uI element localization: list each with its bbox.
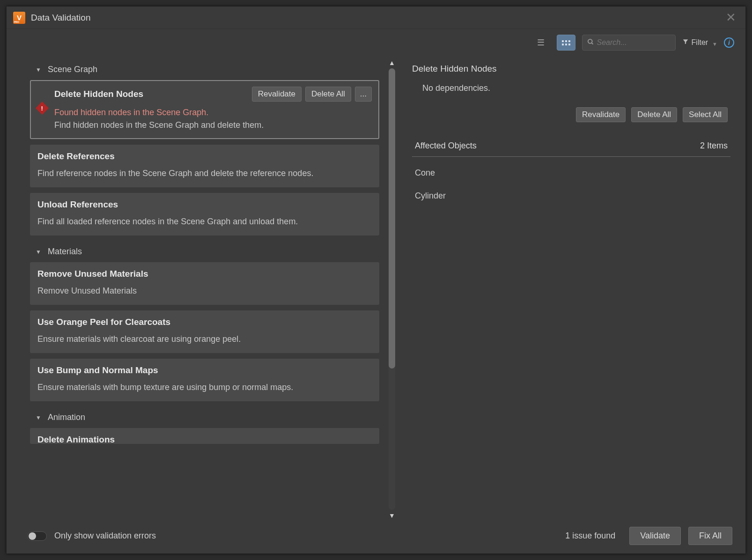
section-animation[interactable]: ▼ Animation — [27, 407, 382, 428]
filter-icon — [682, 38, 689, 47]
rule-unload-references[interactable]: Unload References Find all loaded refere… — [30, 193, 379, 236]
chevron-down-icon: ▼ — [712, 41, 717, 47]
search-icon — [587, 38, 594, 47]
rules-pane: ▼ Scene Graph ! Delete Hidden Nodes Reva… — [27, 59, 397, 519]
rule-desc: Ensure materials with clearcoat are usin… — [37, 333, 372, 346]
rule-desc: Ensure materials with bump texture are u… — [37, 381, 372, 394]
scroll-up-icon[interactable]: ▲ — [389, 59, 395, 66]
detail-select-all-button[interactable]: Select All — [683, 107, 728, 122]
data-validation-dialog: V Data Validation ✕ ☰ Filter ▼ i — [6, 6, 746, 554]
rule-title: Use Bump and Normal Maps — [37, 365, 372, 376]
rule-title: Delete Hidden Nodes — [54, 89, 248, 99]
rule-desc: Find hidden nodes in the Scene Graph and… — [54, 119, 372, 132]
rule-delete-references[interactable]: Delete References Find reference nodes i… — [30, 145, 379, 187]
rule-error-text: Found hidden nodes in the Scene Graph. — [54, 106, 372, 119]
section-materials[interactable]: ▼ Materials — [27, 241, 382, 262]
list-icon: ☰ — [537, 37, 545, 48]
window-title: Data Validation — [31, 13, 90, 23]
scroll-thumb[interactable] — [389, 68, 395, 368]
close-icon[interactable]: ✕ — [723, 10, 739, 25]
fix-all-button[interactable]: Fix All — [688, 527, 732, 545]
detail-delete-all-button[interactable]: Delete All — [631, 107, 677, 122]
grid-view-button[interactable] — [557, 35, 575, 51]
search-input[interactable] — [597, 38, 671, 47]
section-scene-graph[interactable]: ▼ Scene Graph — [27, 59, 382, 80]
footer: Only show validation errors 1 issue foun… — [7, 519, 745, 553]
rule-delete-animations[interactable]: Delete Animations — [30, 428, 379, 444]
rule-orange-peel[interactable]: Use Orange Peel for Clearcoats Ensure ma… — [30, 310, 379, 353]
scrollbar[interactable]: ▲ ▼ — [387, 59, 397, 519]
affected-label: Affected Objects — [415, 141, 477, 151]
toggle-label: Only show validation errors — [54, 531, 156, 541]
scroll-track[interactable] — [389, 68, 395, 510]
affected-count: 2 Items — [700, 141, 728, 151]
rule-desc: Find all loaded reference nodes in the S… — [37, 215, 372, 228]
toggle-knob — [29, 532, 36, 540]
svg-line-1 — [591, 43, 593, 44]
app-icon: V — [13, 12, 25, 24]
section-label: Materials — [48, 247, 82, 257]
section-label: Animation — [48, 413, 85, 422]
dialog-body: ▼ Scene Graph ! Delete Hidden Nodes Reva… — [7, 54, 745, 519]
affected-header: Affected Objects 2 Items — [412, 135, 730, 157]
rule-title: Use Orange Peel for Clearcoats — [37, 317, 372, 327]
detail-revalidate-button[interactable]: Revalidate — [576, 107, 626, 122]
rule-delete-hidden-nodes[interactable]: ! Delete Hidden Nodes Revalidate Delete … — [30, 80, 379, 139]
detail-subtitle: No dependencies. — [412, 83, 730, 93]
titlebar: V Data Validation ✕ — [7, 7, 745, 29]
filter-label: Filter — [692, 38, 708, 47]
delete-all-button[interactable]: Delete All — [305, 87, 351, 102]
affected-object[interactable]: Cylinder — [412, 184, 730, 207]
rule-desc: Find reference nodes in the Scene Graph … — [37, 167, 372, 180]
errors-only-toggle[interactable] — [27, 531, 47, 541]
chevron-down-icon: ▼ — [36, 414, 41, 421]
affected-object[interactable]: Cone — [412, 162, 730, 184]
svg-point-0 — [588, 39, 592, 44]
rule-title: Unload References — [37, 199, 372, 210]
rule-title: Delete References — [37, 151, 372, 162]
more-button[interactable]: ... — [355, 87, 372, 102]
detail-pane: Delete Hidden Nodes No dependencies. Rev… — [406, 59, 735, 519]
list-view-button[interactable]: ☰ — [531, 35, 550, 51]
rule-desc: Remove Unused Materials — [37, 285, 372, 297]
toolbar: ☰ Filter ▼ i — [7, 29, 745, 54]
chevron-down-icon: ▼ — [36, 249, 41, 255]
rule-bump-normal[interactable]: Use Bump and Normal Maps Ensure material… — [30, 359, 379, 401]
validate-button[interactable]: Validate — [629, 527, 681, 545]
section-label: Scene Graph — [48, 65, 97, 74]
grid-icon — [562, 40, 570, 45]
scroll-down-icon[interactable]: ▼ — [389, 512, 395, 519]
detail-title: Delete Hidden Nodes — [412, 64, 730, 74]
rule-remove-unused-materials[interactable]: Remove Unused Materials Remove Unused Ma… — [30, 262, 379, 305]
issue-count: 1 issue found — [565, 531, 615, 541]
filter-dropdown[interactable]: Filter ▼ — [682, 38, 717, 47]
rule-title: Remove Unused Materials — [37, 269, 372, 279]
rule-title: Delete Animations — [37, 435, 372, 444]
error-icon: ! — [36, 102, 49, 115]
chevron-down-icon: ▼ — [36, 66, 41, 73]
rules-list: ▼ Scene Graph ! Delete Hidden Nodes Reva… — [27, 59, 384, 519]
revalidate-button[interactable]: Revalidate — [252, 87, 302, 102]
info-icon[interactable]: i — [724, 37, 734, 48]
search-input-wrap[interactable] — [582, 35, 676, 51]
